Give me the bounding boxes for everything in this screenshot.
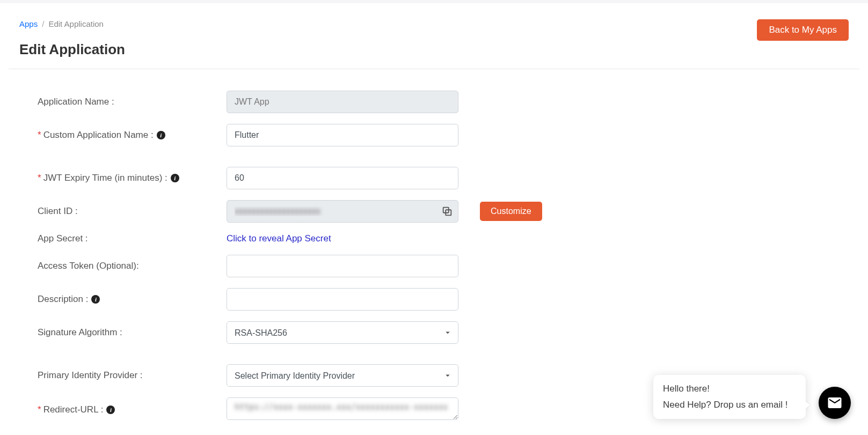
application-name-label: Application Name :: [38, 97, 227, 107]
chat-tooltip-line2: Need Help? Drop us an email !: [663, 400, 796, 410]
chat-tooltip-line1: Hello there!: [663, 384, 796, 394]
jwt-expiry-input[interactable]: [227, 167, 458, 189]
redirect-url-input[interactable]: https://xxxx-xxxxxxx.xxx/xxxxxxxxxxx-xxx…: [227, 397, 458, 420]
redirect-url-label: * Redirect-URL : i: [38, 404, 227, 415]
mail-icon: [827, 395, 843, 411]
back-to-apps-button[interactable]: Back to My Apps: [757, 19, 849, 41]
info-icon[interactable]: i: [171, 174, 179, 182]
breadcrumb-current: Edit Application: [48, 19, 104, 28]
info-icon[interactable]: i: [91, 295, 100, 304]
client-id-label: Client ID :: [38, 206, 227, 217]
info-icon[interactable]: i: [106, 405, 115, 414]
application-name-input: [227, 91, 458, 113]
section-divider: [9, 69, 859, 69]
description-input[interactable]: [227, 288, 458, 311]
app-secret-label: App Secret :: [38, 233, 227, 244]
breadcrumb-apps-link[interactable]: Apps: [19, 19, 38, 28]
signature-algorithm-label: Signature Algorithm :: [38, 327, 227, 338]
required-marker: *: [38, 404, 41, 415]
customize-button[interactable]: Customize: [480, 202, 542, 221]
required-marker: *: [38, 173, 41, 183]
client-id-input: [227, 200, 458, 223]
custom-app-name-label: * Custom Application Name : i: [38, 130, 227, 141]
required-marker: *: [38, 130, 41, 141]
description-label: Description : i: [38, 294, 227, 305]
custom-app-name-input[interactable]: [227, 124, 458, 146]
chat-fab-button[interactable]: [819, 387, 851, 419]
info-icon[interactable]: i: [157, 131, 165, 139]
signature-algorithm-select[interactable]: RSA-SHA256: [227, 321, 458, 344]
breadcrumb: Apps / Edit Application: [19, 19, 125, 28]
copy-icon[interactable]: [441, 205, 453, 217]
breadcrumb-separator: /: [42, 19, 44, 28]
jwt-expiry-label: * JWT Expiry Time (in minutes) : i: [38, 173, 227, 183]
access-token-label: Access Token (Optional):: [38, 261, 227, 271]
access-token-input[interactable]: [227, 255, 458, 277]
chat-tooltip: Hello there! Need Help? Drop us an email…: [653, 375, 806, 419]
reveal-app-secret-link[interactable]: Click to reveal App Secret: [227, 233, 331, 244]
primary-idp-label: Primary Identity Provider :: [38, 370, 227, 381]
primary-idp-select[interactable]: Select Primary Identity Provider: [227, 364, 458, 387]
page-title: Edit Application: [19, 41, 125, 58]
